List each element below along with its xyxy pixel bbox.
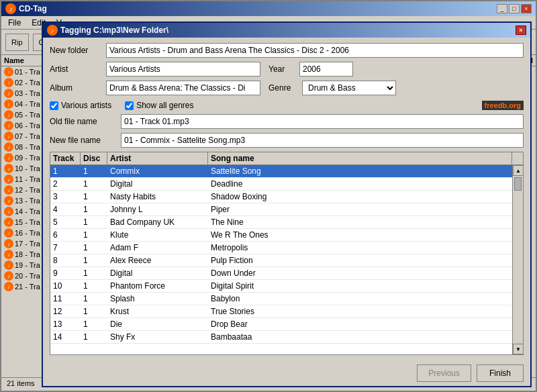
table-row[interactable]: 14 1 Shy Fx Bambaataa	[50, 331, 512, 344]
year-group: Year	[268, 62, 353, 77]
track-disc: 1	[81, 178, 107, 190]
track-song: Piper	[208, 203, 512, 215]
track-disc: 1	[81, 254, 107, 266]
genre-select[interactable]: Drum & Bass	[302, 81, 396, 95]
track-song: Drop Bear	[208, 318, 512, 330]
file-icon: ♪	[4, 153, 13, 162]
dialog-title: Tagging C:\mp3\New Folder\	[60, 26, 168, 35]
track-disc: 1	[81, 331, 107, 343]
file-icon: ♪	[4, 132, 13, 141]
track-disc: 1	[81, 280, 107, 292]
new-folder-row: New folder	[50, 43, 524, 58]
track-artist: Splash	[107, 293, 208, 305]
file-icon: ♪	[4, 175, 13, 184]
old-file-name-label: Old file name	[50, 117, 117, 126]
title-bar-left: ♪ CD-Tag	[5, 3, 47, 14]
table-row[interactable]: 13 1 Die Drop Bear	[50, 318, 512, 331]
track-table-body[interactable]: 1 1 Commix Sattelite Song 2 1 Digital De…	[50, 165, 512, 354]
album-input[interactable]	[106, 81, 260, 95]
show-all-genres-checkbox[interactable]	[125, 101, 134, 110]
dialog-body: New folder Artist Year Album	[43, 38, 530, 360]
scrollbar-track	[513, 176, 523, 344]
file-icon: ♪	[4, 121, 13, 130]
track-number: 11	[50, 293, 81, 305]
various-artists-label[interactable]: Various artists	[61, 101, 111, 110]
table-row[interactable]: 1 1 Commix Sattelite Song	[50, 165, 512, 178]
scrollbar-placeholder	[512, 152, 523, 164]
track-number: 1	[50, 165, 81, 177]
table-row[interactable]: 4 1 Johnny L Piper	[50, 203, 512, 216]
track-number: 2	[50, 178, 81, 190]
col-header-track: Track	[50, 152, 81, 164]
track-number: 4	[50, 203, 81, 215]
menu-file[interactable]: File	[4, 17, 25, 28]
year-label: Year	[268, 64, 295, 74]
main-window: ♪ CD-Tag _ □ × File Edit V Rip Conv ↩ Ba…	[0, 0, 537, 392]
new-folder-input[interactable]	[106, 43, 524, 58]
rip-button[interactable]: Rip	[5, 34, 29, 51]
file-icon: ♪	[4, 164, 13, 173]
table-row[interactable]: 6 1 Klute We R The Ones	[50, 229, 512, 242]
track-number: 6	[50, 229, 81, 241]
table-row[interactable]: 12 1 Krust True Stories	[50, 305, 512, 318]
table-row[interactable]: 7 1 Adam F Metropolis	[50, 242, 512, 254]
previous-button[interactable]: Previous	[417, 364, 471, 382]
track-song: Bambaataa	[208, 331, 512, 343]
artist-year-row: Artist Year	[50, 62, 524, 77]
file-icon: ♪	[4, 250, 13, 259]
col-header-artist: Artist	[107, 152, 208, 164]
table-row[interactable]: 5 1 Bad Company UK The Nine	[50, 216, 512, 229]
minimize-button[interactable]: _	[497, 4, 507, 13]
new-file-name-input[interactable]	[121, 133, 524, 148]
scrollbar-thumb[interactable]	[514, 177, 522, 191]
track-artist: Shy Fx	[107, 331, 208, 343]
track-number: 14	[50, 331, 81, 343]
track-song: Shadow Boxing	[208, 191, 512, 203]
table-row[interactable]: 8 1 Alex Reece Pulp Fiction	[50, 254, 512, 267]
table-row[interactable]: 3 1 Nasty Habits Shadow Boxing	[50, 191, 512, 203]
finish-button[interactable]: Finish	[477, 364, 524, 382]
table-row[interactable]: 10 1 Phantom Force Digital Spirit	[50, 280, 512, 293]
file-icon: ♪	[4, 196, 13, 205]
scrollbar-down-btn[interactable]: ▼	[513, 344, 523, 354]
track-artist: Digital	[107, 178, 208, 190]
track-scrollbar[interactable]: ▲ ▼	[512, 165, 523, 354]
artist-group: Artist	[50, 62, 260, 77]
various-artists-checkbox[interactable]	[50, 101, 58, 110]
file-icon: ♪	[4, 110, 13, 119]
track-disc: 1	[81, 216, 107, 228]
track-disc: 1	[81, 305, 107, 317]
freedb-org: .org	[507, 101, 521, 109]
track-disc: 1	[81, 242, 107, 254]
close-button[interactable]: ×	[521, 4, 532, 13]
year-input[interactable]	[299, 62, 353, 77]
track-song: Down Under	[208, 267, 512, 279]
genre-group: Genre Drum & Bass	[268, 81, 396, 95]
table-row[interactable]: 9 1 Digital Down Under	[50, 267, 512, 280]
various-artists-group: Various artists	[50, 101, 111, 110]
tagging-dialog: ♪ Tagging C:\mp3\New Folder\ × New folde…	[42, 21, 532, 387]
maximize-button[interactable]: □	[509, 4, 520, 13]
title-buttons: _ □ ×	[497, 4, 532, 13]
track-song: Pulp Fiction	[208, 254, 512, 266]
track-song: True Stories	[208, 305, 512, 317]
dialog-footer: Previous Finish	[43, 360, 530, 386]
app-icon: ♪	[5, 3, 16, 14]
freedb-badge[interactable]: freedb.org	[482, 101, 524, 110]
show-all-genres-label[interactable]: Show all genres	[136, 101, 193, 110]
artist-input[interactable]	[106, 62, 260, 77]
track-number: 5	[50, 216, 81, 228]
old-file-name-input[interactable]	[121, 114, 524, 129]
table-row[interactable]: 2 1 Digital Deadline	[50, 178, 512, 191]
table-row[interactable]: 11 1 Splash Babylon	[50, 293, 512, 305]
dialog-title-bar: ♪ Tagging C:\mp3\New Folder\ ×	[43, 23, 530, 38]
scrollbar-up-btn[interactable]: ▲	[513, 165, 523, 176]
file-icon: ♪	[4, 217, 13, 227]
dialog-close-button[interactable]: ×	[516, 26, 526, 35]
track-number: 7	[50, 242, 81, 254]
new-folder-label: New folder	[50, 46, 102, 55]
track-artist: Digital	[107, 267, 208, 279]
album-genre-row: Album Genre Drum & Bass	[50, 81, 524, 95]
track-song: The Nine	[208, 216, 512, 228]
file-icon: ♪	[4, 228, 13, 238]
